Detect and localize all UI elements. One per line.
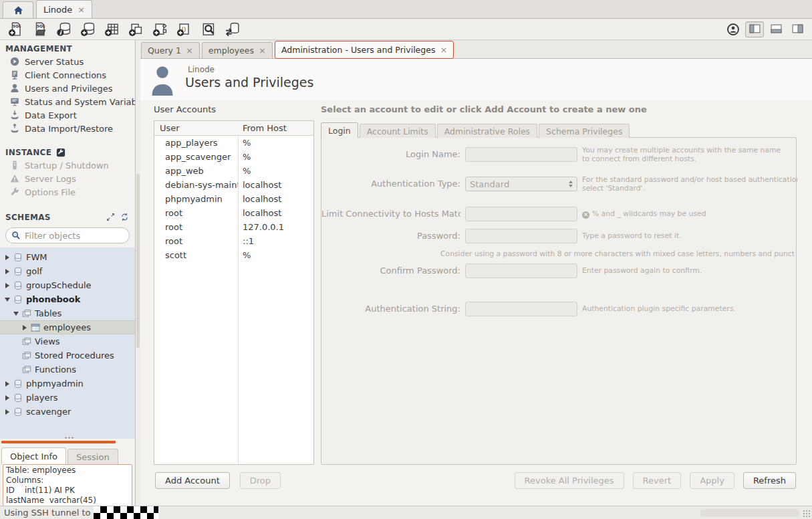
toggle-bottom-panel-button[interactable] — [767, 21, 785, 37]
workbench-logo-button[interactable] — [724, 21, 742, 37]
editor-tab-administration-users-and-privileges[interactable]: Administration - Users and Privileges × — [275, 41, 454, 59]
create-schema-button[interactable] — [78, 21, 98, 38]
new-sql-tab-button[interactable]: SQL — [5, 21, 26, 38]
revoke-all-privileges-button[interactable]: Revoke All Privileges — [515, 472, 624, 489]
user-account-row[interactable]: root ::1 — [154, 234, 313, 248]
close-icon[interactable]: × — [186, 46, 193, 55]
schema-inspector-button[interactable]: i — [53, 21, 74, 38]
sidebar-splitter[interactable] — [0, 439, 135, 445]
sidebar-item-users-and-privileges[interactable]: Users and Privileges — [0, 82, 135, 95]
tree-item-fwm[interactable]: FWM — [0, 250, 135, 264]
user-account-row[interactable]: scott % — [154, 248, 313, 262]
chevron-right-icon[interactable] — [4, 268, 10, 274]
toggle-right-panel-button[interactable] — [788, 21, 807, 37]
tab-login[interactable]: Login — [321, 122, 358, 138]
home-tab[interactable] — [3, 1, 33, 18]
sidebar-item-server-status[interactable]: Server Status — [0, 55, 135, 68]
create-procedure-button[interactable] — [150, 21, 170, 38]
create-function-button[interactable]: () — [174, 21, 194, 38]
refresh-button[interactable]: Refresh — [743, 472, 796, 489]
scrollbar-thumb[interactable] — [136, 174, 140, 348]
schema-tree: FWM golf groupSchedule phonebook Tables … — [0, 247, 135, 439]
chevron-right-icon[interactable] — [4, 282, 10, 288]
add-account-button[interactable]: Add Account — [155, 472, 230, 489]
tree-item-players[interactable]: players — [0, 391, 135, 405]
folder-icon — [21, 336, 32, 347]
create-view-button[interactable] — [126, 21, 146, 38]
editor-tab-employees[interactable]: employees × — [202, 42, 273, 58]
sidebar-item-label: Server Status — [25, 57, 84, 67]
tree-item-views[interactable]: Views — [0, 334, 135, 348]
reconnect-dbms-button[interactable] — [222, 21, 243, 38]
chevron-down-icon[interactable] — [13, 310, 19, 316]
tree-item-tables[interactable]: Tables — [0, 306, 135, 320]
limit-connectivity-hosts-input[interactable] — [465, 207, 577, 221]
tree-item-phonebook[interactable]: phonebook — [0, 292, 135, 306]
select-account-prompt: Select an account to edit or click Add A… — [321, 104, 647, 114]
tree-item-scavenger[interactable]: scavenger — [0, 405, 135, 419]
sidebar-item-options-file[interactable]: Options File — [0, 185, 135, 199]
authentication-type-label: Authentication Type: — [321, 179, 460, 189]
chevron-right-icon[interactable] — [4, 254, 10, 260]
tab-schema-privileges[interactable]: Schema Privileges — [539, 124, 630, 138]
editor-tab-query-1[interactable]: Query 1 × — [141, 42, 200, 58]
tree-item-golf[interactable]: golf — [0, 264, 135, 278]
sidebar-item-status-and-system-variables[interactable]: Status and System Variables — [0, 95, 135, 108]
close-icon[interactable]: × — [78, 5, 85, 14]
user-account-row[interactable]: app_web % — [154, 164, 313, 178]
open-sql-script-button[interactable]: SQL — [29, 21, 50, 38]
user-account-row[interactable]: app_players % — [154, 136, 313, 150]
tab-account-limits[interactable]: Account Limits — [360, 124, 436, 138]
create-schema-icon — [80, 21, 96, 37]
col-header-from-host[interactable]: From Host — [238, 123, 287, 133]
close-icon[interactable]: × — [259, 46, 266, 55]
tree-item-functions[interactable]: Functions — [0, 362, 135, 377]
user-account-row[interactable]: root localhost — [154, 206, 313, 220]
close-icon[interactable]: × — [440, 45, 447, 54]
main-toolbar: SQLSQLi() — [0, 19, 812, 40]
filter-objects-input[interactable] — [25, 231, 136, 241]
connection-tab[interactable]: Linode × — [36, 0, 92, 18]
sidebar-item-startup-shutdown[interactable]: Startup / Shutdown — [0, 159, 135, 172]
sidebar-item-data-export[interactable]: Data Export — [0, 108, 135, 122]
user-account-row[interactable]: root 127.0.0.1 — [154, 220, 313, 234]
tab-object-info[interactable]: Object Info — [1, 447, 66, 464]
tab-administrative-roles[interactable]: Administrative Roles — [437, 124, 537, 138]
tree-item-phpmyadmin[interactable]: phpmyadmin — [0, 377, 135, 391]
tab-session[interactable]: Session — [67, 449, 118, 464]
chevron-right-icon[interactable] — [4, 409, 10, 415]
toggle-left-panel-button[interactable] — [745, 21, 764, 37]
chevron-right-icon[interactable] — [4, 381, 10, 387]
create-table-button[interactable] — [102, 21, 122, 38]
chevron-down-icon[interactable] — [4, 296, 10, 302]
revert-button[interactable]: Revert — [633, 472, 682, 489]
sidebar-item-client-connections[interactable]: Client Connections — [0, 68, 135, 82]
sidebar-item-server-logs[interactable]: Server Logs — [0, 172, 135, 185]
tree-item-groupschedule[interactable]: groupSchedule — [0, 278, 135, 292]
authentication-type-select[interactable]: Standard — [465, 177, 577, 191]
search-icon — [11, 231, 21, 240]
sidebar-item-data-import-restore[interactable]: Data Import/Restore — [0, 122, 135, 135]
drop-button[interactable]: Drop — [240, 472, 281, 489]
confirm-password-input[interactable] — [465, 264, 577, 278]
tree-item-stored-procedures[interactable]: Stored Procedures — [0, 348, 135, 362]
col-header-user[interactable]: User — [154, 123, 238, 133]
search-table-data-button[interactable] — [198, 21, 219, 38]
create-function-icon: () — [176, 21, 192, 37]
new-sql-tab-icon: SQL — [8, 21, 23, 37]
sidebar-scrollbar[interactable] — [136, 40, 140, 506]
user-account-row[interactable]: phpmyadmin localhost — [154, 192, 313, 206]
login-name-input[interactable] — [465, 147, 577, 162]
resize-grip-icon[interactable] — [803, 510, 811, 518]
user-account-row[interactable]: app_scavenger % — [154, 150, 313, 164]
password-input[interactable] — [465, 229, 577, 243]
chevron-right-icon[interactable] — [21, 324, 27, 330]
expand-schemas-icon[interactable] — [106, 212, 116, 222]
refresh-schemas-icon[interactable] — [120, 212, 130, 222]
apply-button[interactable]: Apply — [690, 472, 734, 489]
tree-item-employees[interactable]: employees — [0, 320, 135, 334]
svg-text:SQL: SQL — [37, 24, 45, 28]
authentication-string-input[interactable] — [465, 302, 577, 316]
user-account-row[interactable]: debian-sys-maint localhost — [154, 178, 313, 192]
chevron-right-icon[interactable] — [4, 395, 10, 401]
